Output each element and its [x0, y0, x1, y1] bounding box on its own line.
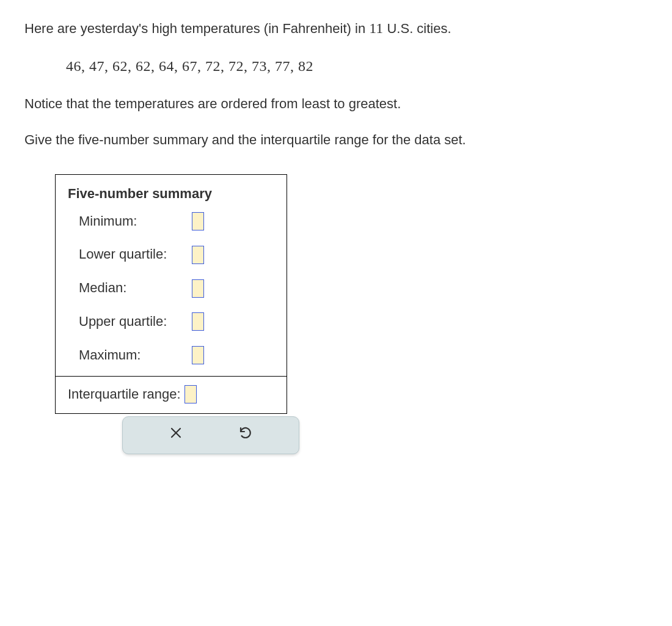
- input-minimum[interactable]: [192, 212, 204, 230]
- intro-prefix: Here are yesterday's high temperatures (…: [24, 21, 369, 36]
- input-iqr[interactable]: [184, 385, 197, 403]
- notice-text: Notice that the temperatures are ordered…: [24, 95, 648, 114]
- row-maximum: Maximum:: [79, 346, 274, 365]
- input-upper-quartile[interactable]: [192, 312, 204, 331]
- input-median[interactable]: [192, 279, 204, 298]
- row-lower-quartile: Lower quartile:: [79, 245, 274, 264]
- summary-container: Five-number summary Minimum: Lower quart…: [55, 174, 648, 455]
- input-lower-quartile[interactable]: [192, 246, 204, 264]
- undo-icon: [238, 425, 253, 446]
- data-values: 46, 47, 62, 62, 64, 67, 72, 72, 73, 77, …: [66, 56, 648, 77]
- prompt-text: Give the five-number summary and the int…: [24, 131, 648, 150]
- intro-suffix: U.S. cities.: [383, 21, 451, 36]
- intro-text: Here are yesterday's high temperatures (…: [24, 18, 648, 39]
- clear-button[interactable]: [164, 423, 188, 447]
- row-minimum: Minimum:: [79, 212, 274, 231]
- iqr-section: Interquartile range:: [56, 376, 287, 414]
- label-lower-quartile: Lower quartile:: [79, 245, 192, 264]
- row-median: Median:: [79, 279, 274, 298]
- summary-box: Five-number summary Minimum: Lower quart…: [55, 174, 287, 414]
- label-maximum: Maximum:: [79, 346, 192, 365]
- row-upper-quartile: Upper quartile:: [79, 312, 274, 331]
- intro-count: 11: [369, 20, 383, 36]
- label-minimum: Minimum:: [79, 212, 192, 231]
- label-upper-quartile: Upper quartile:: [79, 312, 192, 331]
- x-icon: [169, 425, 183, 446]
- reset-button[interactable]: [233, 423, 258, 447]
- input-maximum[interactable]: [192, 346, 204, 364]
- summary-rows: Minimum: Lower quartile: Median: Upper q…: [56, 212, 287, 376]
- label-iqr: Interquartile range:: [68, 385, 181, 404]
- button-bar: [122, 416, 299, 454]
- summary-heading: Five-number summary: [56, 175, 287, 212]
- label-median: Median:: [79, 279, 192, 298]
